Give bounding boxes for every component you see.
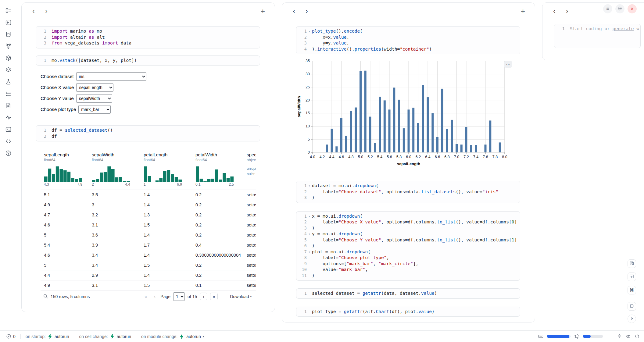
packages-icon[interactable] [4, 54, 12, 62]
code-line[interactable]: 2import altair as alt [37, 34, 257, 41]
code-line[interactable]: 10 value="mark_bar", [298, 267, 517, 273]
on-cell-change-autorun-button[interactable]: on cell change: autorun [77, 333, 133, 340]
tracing-icon[interactable] [4, 114, 12, 122]
last-page-button[interactable]: » [210, 293, 218, 300]
code-cell-vstack[interactable]: 1mo.vstack([dataset, x, y, plot]) [36, 55, 260, 66]
download-button[interactable]: Download▾ [228, 294, 253, 299]
on-startup-autorun-button[interactable]: on startup: autorun [24, 333, 71, 340]
fold-chevron-icon[interactable]: ▾ [307, 231, 312, 237]
code-line[interactable]: 1selected_dataset = getattr(data, datase… [298, 290, 517, 297]
fold-chevron-icon[interactable]: ▾ [307, 28, 312, 34]
table-row[interactable]: 4.63.11.50.2setosa [41, 220, 256, 230]
code-cell-dataframe[interactable]: 1df = selected_dataset()2df [36, 125, 260, 141]
layers-icon[interactable] [4, 66, 12, 74]
x-value-select[interactable]: sepalLength [76, 83, 113, 92]
code-line[interactable]: 1▾dataset = mo.ui.dropdown( [298, 183, 517, 189]
code-line[interactable]: 2 label="Choose X value", options=df.col… [298, 219, 517, 225]
table-row[interactable]: 5.13.51.40.2setosa [41, 190, 256, 200]
code-line[interactable]: 2 x=x.value, [298, 34, 517, 41]
next-cell-button[interactable]: › [302, 7, 311, 16]
code-cell-plot[interactable]: 1▾plot_type().encode(2 x=x.value,3 y=y.v… [296, 26, 520, 54]
code-line[interactable]: 2 label="Choose dataset", options=data.l… [298, 189, 517, 195]
page-select[interactable]: 1 [173, 292, 185, 301]
table-row[interactable]: 5.43.91.70.4setosa [41, 240, 256, 250]
terminal-icon[interactable] [4, 126, 12, 134]
code-cell-dataset[interactable]: 1▾dataset = mo.ui.dropdown(2 label="Choo… [296, 181, 520, 203]
datasources-icon[interactable] [4, 30, 12, 38]
code-line[interactable]: 4▾y = mo.ui.dropdown( [298, 231, 517, 237]
scratchpad-icon[interactable] [4, 78, 12, 86]
table-row[interactable]: 4.42.91.40.2setosa [41, 270, 256, 280]
code-line[interactable]: 9 options=["mark_bar", "mark_circle"], [298, 261, 517, 267]
table-row[interactable]: 53.61.40.2setosa [41, 230, 256, 240]
table-row[interactable]: 4.93.11.50.1setosa [41, 280, 256, 290]
functions-icon[interactable] [4, 19, 12, 27]
code-line[interactable]: 2df [37, 134, 257, 140]
plot-type-select[interactable]: mark_bar [78, 105, 111, 114]
add-cell-button[interactable]: + [258, 7, 267, 16]
prev-cell-button[interactable]: ‹ [29, 7, 38, 16]
y-value-select[interactable]: sepalWidth [76, 94, 112, 103]
column-header[interactable]: speciesobjectunique:nulls: [243, 152, 256, 187]
column-header[interactable]: sepalWidthfloat6424.4 [88, 152, 140, 187]
code-cell-plot-type[interactable]: 1plot_type = getattr(alt.Chart(df), plot… [296, 307, 520, 317]
add-cell-button[interactable]: + [518, 7, 528, 16]
code-line[interactable]: 3) [298, 195, 517, 201]
dataset-select[interactable]: iris [76, 72, 146, 81]
code-line[interactable]: 1▾x = mo.ui.dropdown( [298, 213, 517, 219]
notebook-menu-button[interactable]: ≡ [603, 4, 612, 13]
code-line[interactable]: 6) [298, 243, 517, 249]
power-button[interactable] [635, 334, 640, 339]
column-header[interactable]: petalWidthfloat640.12.5 [192, 152, 243, 187]
layout-button[interactable] [628, 273, 636, 281]
help-icon[interactable] [4, 149, 12, 157]
code-line[interactable]: 11) [298, 273, 517, 279]
empty-code-cell[interactable]: 1 Start coding or generate with [554, 24, 641, 48]
chart-output[interactable]: 4.04.24.44.64.85.05.25.45.65.86.06.26.46… [296, 59, 520, 168]
fold-chevron-icon[interactable]: ▾ [307, 213, 312, 219]
column-header[interactable]: petalLengthfloat6416.9 [140, 152, 192, 187]
table-row[interactable]: 4.63.41.40.30000000000000004setosa [41, 250, 256, 260]
code-cell-selected-dataset[interactable]: 1selected_dataset = getattr(data, datase… [296, 288, 520, 299]
next-page-button[interactable]: › [200, 293, 207, 300]
outline-icon[interactable] [4, 90, 12, 98]
table-row[interactable]: 53.41.50.2setosa [41, 260, 256, 270]
run-all-button[interactable] [628, 315, 636, 323]
snippets-icon[interactable] [4, 137, 12, 145]
ai-assist-button[interactable] [617, 334, 622, 339]
code-cell-imports[interactable]: 1import marimo as mo2import altair as al… [36, 26, 260, 48]
save-notebook-button[interactable] [628, 259, 636, 268]
shutdown-button[interactable]: × [628, 4, 637, 13]
fold-chevron-icon[interactable]: ▾ [307, 183, 312, 189]
code-line[interactable]: 7▾plot = mo.ui.dropdown( [298, 249, 517, 255]
next-cell-button[interactable]: › [563, 7, 572, 16]
keyboard-shortcuts-button[interactable]: ⌘ [628, 286, 636, 294]
keyboard-shortcuts-status-button[interactable] [538, 334, 543, 339]
code-cell-controls[interactable]: 1▾x = mo.ui.dropdown(2 label="Choose X v… [296, 211, 520, 281]
settings-button[interactable] [615, 4, 624, 13]
code-line[interactable]: 1import marimo as mo [37, 28, 257, 34]
first-page-button[interactable]: « [143, 294, 149, 299]
code-line[interactable]: 3 y=y.value, [298, 40, 517, 46]
fold-chevron-icon[interactable]: ▾ [307, 249, 312, 255]
table-search-button[interactable] [43, 294, 48, 300]
column-header[interactable]: sepalLengthfloat644.37.9 [41, 152, 88, 187]
code-line[interactable]: 1mo.vstack([dataset, x, y, plot]) [37, 58, 257, 64]
code-line[interactable]: 5 label="Choose Y value", options=df.col… [298, 237, 517, 243]
code-line[interactable]: 4).interactive().properties(width="conta… [298, 46, 517, 52]
prev-cell-button[interactable]: ‹ [550, 7, 559, 16]
prev-page-button[interactable]: ‹ [152, 294, 158, 299]
generate-link[interactable]: generate [613, 26, 634, 31]
code-line[interactable]: 1 Start coding or generate with [556, 26, 637, 32]
code-line[interactable]: 1▾plot_type().encode( [298, 28, 517, 34]
code-line[interactable]: 1plot_type = getattr(alt.Chart(df), plot… [298, 309, 517, 315]
app-view-button[interactable] [628, 302, 636, 311]
file-explorer-icon[interactable] [4, 7, 12, 15]
table-row[interactable]: 4.73.21.30.2setosa [41, 210, 256, 220]
code-line[interactable]: 3from vega_datasets import data [37, 40, 257, 46]
on-module-change-autorun-button[interactable]: on module change: autorun ▾ [139, 333, 206, 340]
documentation-icon[interactable] [4, 102, 12, 110]
code-line[interactable]: 8 label="Choose plot type", [298, 255, 517, 261]
copilot-button[interactable] [626, 334, 631, 339]
table-row[interactable]: 4.931.40.2setosa [41, 200, 256, 210]
